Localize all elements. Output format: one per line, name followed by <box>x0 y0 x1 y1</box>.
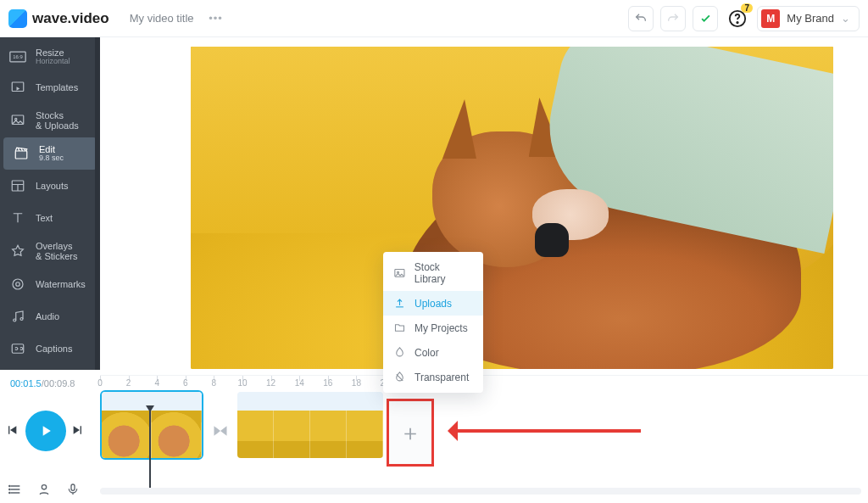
logo-mark-icon <box>8 9 27 28</box>
time-duration: /00:09.8 <box>42 378 75 388</box>
sidebar-item-edit[interactable]: Edit 9.8 sec <box>3 137 97 170</box>
sidebar-item-stocks[interactable]: Stocks & Uploads <box>0 103 100 137</box>
text-icon <box>8 209 27 227</box>
playhead[interactable] <box>149 411 151 489</box>
ruler-tick-label: 4 <box>154 378 159 388</box>
play-button[interactable] <box>25 411 66 451</box>
svg-point-18 <box>9 492 10 493</box>
clip-header[interactable] <box>237 392 383 411</box>
sidebar-item-captions[interactable]: Captions <box>0 333 100 365</box>
clip-1[interactable] <box>100 390 203 460</box>
sidebar-item-label: Captions <box>36 344 72 354</box>
logo-text: wave.video <box>32 10 109 27</box>
svg-rect-7 <box>15 151 27 159</box>
popover-item-label: My Projects <box>415 322 468 334</box>
mic-button[interactable] <box>64 481 81 498</box>
ruler-tick-label: 16 <box>323 378 332 388</box>
project-title[interactable]: My video title ••• <box>130 12 223 25</box>
callout-arrow <box>437 426 641 436</box>
svg-point-16 <box>9 485 10 486</box>
image-icon <box>8 111 27 130</box>
bottom-tools <box>7 481 81 498</box>
popover-item-stock[interactable]: Stock Library <box>383 255 483 291</box>
svg-point-11 <box>14 319 16 321</box>
svg-rect-20 <box>71 484 75 490</box>
ruler-tick-label: 8 <box>212 378 217 388</box>
prev-frame-button[interactable] <box>5 423 20 439</box>
svg-point-17 <box>9 489 10 489</box>
sidebar-item-label: Overlays & Stickers <box>36 241 78 261</box>
ruler-tick-label: 12 <box>266 378 275 388</box>
time-current: 00:01.5 <box>10 378 42 388</box>
redo-button[interactable] <box>660 6 686 31</box>
storyboard-toggle[interactable] <box>7 481 24 498</box>
add-media-popover: Stock Library Uploads My Projects Color … <box>383 252 483 393</box>
popover-item-transparent[interactable]: Transparent <box>383 365 483 389</box>
undo-button[interactable] <box>628 6 654 31</box>
clip-track[interactable]: ＋ <box>100 390 860 465</box>
sidebar-item-templates[interactable]: Templates <box>0 71 100 103</box>
status-saved-icon <box>693 6 718 31</box>
video-preview[interactable] <box>191 47 833 369</box>
sidebar-item-sublabel: 9.8 sec <box>39 154 64 163</box>
popover-item-myprojects[interactable]: My Projects <box>383 316 483 340</box>
popover-item-uploads[interactable]: Uploads <box>383 291 483 316</box>
sidebar-item-audio[interactable]: Audio <box>0 300 100 333</box>
time-ruler[interactable]: 02468101214161820222426 <box>100 375 868 390</box>
brand-initial: M <box>761 9 780 28</box>
sidebar-item-watermarks[interactable]: Watermarks <box>0 268 100 300</box>
ruler-tick-label: 10 <box>237 378 247 388</box>
popover-item-label: Color <box>415 347 439 359</box>
add-clip-button[interactable]: ＋ <box>387 399 434 467</box>
play-controls <box>5 411 86 451</box>
clip-2[interactable] <box>236 390 385 460</box>
svg-point-1 <box>737 21 738 22</box>
sidebar-item-label: Watermarks <box>36 279 86 289</box>
popover-item-label: Stock Library <box>415 261 473 285</box>
sidebar-item-text[interactable]: Text <box>0 202 100 234</box>
brand-switcher[interactable]: M My Brand ⌄ <box>757 6 860 31</box>
topbar: wave.video My video title ••• 7 M My Bra… <box>0 0 868 37</box>
svg-rect-4 <box>12 82 24 92</box>
help-badge: 7 <box>741 3 753 13</box>
watermarks-icon <box>8 275 27 293</box>
popover-item-label: Uploads <box>415 298 452 310</box>
ruler-tick-label: 6 <box>183 378 188 388</box>
ruler-tick-label: 0 <box>97 378 103 388</box>
ruler-tick-label: 18 <box>352 378 361 388</box>
popover-item-label: Transparent <box>415 372 469 383</box>
sidebar-item-layouts[interactable]: Layouts <box>0 170 100 202</box>
sidebar-item-label: Text <box>36 213 53 223</box>
templates-icon <box>8 78 27 97</box>
transition-button[interactable] <box>209 419 232 443</box>
popover-item-color[interactable]: Color <box>383 340 483 365</box>
horizontal-scrollbar[interactable] <box>100 488 861 495</box>
sidebar: 16:9 Resize Horizontal Templates Stocks … <box>0 37 100 370</box>
captions-icon <box>8 339 27 358</box>
help-button[interactable]: 7 <box>725 6 750 31</box>
next-frame-button[interactable] <box>71 423 86 439</box>
clapperboard-icon <box>12 144 31 163</box>
time-readout: 00:01.5/00:09.8 <box>10 378 75 388</box>
aspect-ratio-icon: 16:9 <box>8 48 27 66</box>
chevron-down-icon: ⌄ <box>841 12 850 25</box>
music-icon <box>8 307 27 326</box>
layouts-icon <box>8 176 27 195</box>
voiceover-button[interactable] <box>36 481 53 498</box>
project-title-text: My video title <box>130 12 194 25</box>
sidebar-scrolltrack[interactable] <box>95 37 100 370</box>
ruler-tick-label: 14 <box>295 378 304 388</box>
sidebar-item-sublabel: Horizontal <box>36 58 70 66</box>
svg-point-19 <box>42 485 46 489</box>
sidebar-item-overlays[interactable]: Overlays & Stickers <box>0 234 100 268</box>
sidebar-item-label: Stocks & Uploads <box>36 110 79 131</box>
topbar-right: 7 M My Brand ⌄ <box>628 6 860 31</box>
svg-text:16:9: 16:9 <box>13 55 22 60</box>
logo[interactable]: wave.video <box>8 9 109 28</box>
sidebar-item-label: Layouts <box>36 181 69 191</box>
project-title-more-icon[interactable]: ••• <box>209 12 223 25</box>
svg-point-10 <box>16 282 20 287</box>
sidebar-item-resize[interactable]: 16:9 Resize Horizontal <box>0 42 100 71</box>
svg-point-12 <box>20 318 23 321</box>
brand-label: My Brand <box>787 12 834 25</box>
